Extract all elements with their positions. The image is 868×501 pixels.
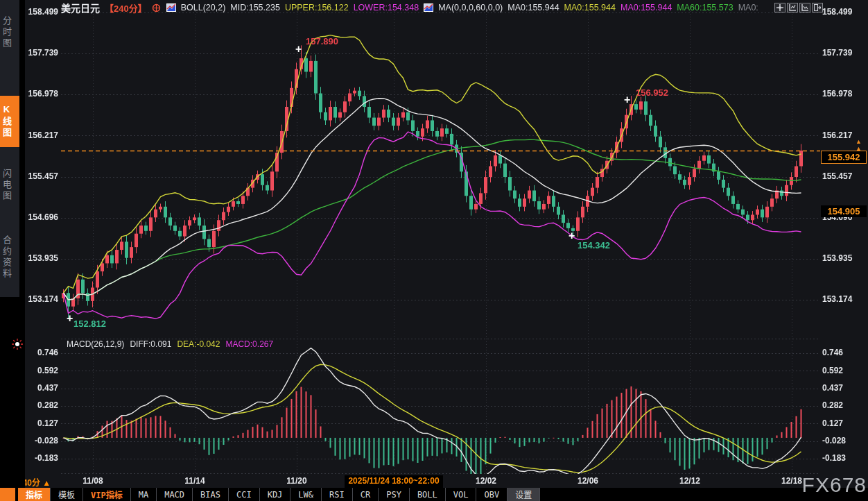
macd-axis-label: 0.592 — [21, 366, 58, 375]
toolbar-button-ma[interactable]: MA — [131, 488, 157, 501]
boll-name-label: BOLL(20,2) — [181, 3, 226, 12]
ma0-gray-value: MA0: — [738, 3, 758, 12]
pan-mode-button[interactable] — [774, 3, 785, 12]
ma-name-label: MA(0,0,0,60,0,0) — [438, 3, 503, 12]
macd-axis-label: 0.127 — [21, 418, 58, 428]
macd-axis-label: 0.746 — [822, 348, 865, 357]
chart-canvas[interactable] — [0, 0, 868, 501]
x-axis-date: 12/02 — [464, 476, 508, 486]
y-axis-label: 153.174 — [21, 294, 58, 304]
toolbar-button-bias[interactable]: BIAS — [193, 488, 229, 501]
boll-mid-value: MID:155.235 — [230, 3, 280, 12]
y-axis-label: 158.499 — [822, 7, 865, 17]
high-price-annotation: 156.952 — [636, 87, 668, 98]
x-axis-date: 11/20 — [275, 476, 319, 486]
fx678-watermark: FX678 — [802, 473, 867, 497]
macd-panel-header: MACD(26,12,9) DIFF:0.091 DEA:-0.042 MACD… — [67, 339, 273, 349]
sidebar-tab-lightning-chart[interactable]: 闪电图 — [0, 158, 19, 212]
ma0-white-value: MA0:155.944 — [507, 3, 559, 12]
macd-axis-label: 0.437 — [21, 383, 58, 393]
sidebar-tab-contract-info[interactable]: 合约资料 — [0, 222, 19, 293]
toolbar-button-cr[interactable]: CR — [353, 488, 379, 501]
y-axis-label: 156.978 — [21, 89, 58, 99]
macd-diff-value: DIFF:0.091 — [130, 339, 171, 349]
toolbar-button-vip-indicators[interactable]: VIP指标 — [83, 488, 131, 501]
y-axis-label: 156.978 — [822, 89, 865, 99]
x-axis-date: 11/14 — [173, 476, 217, 486]
y-axis-label: 153.174 — [822, 294, 865, 304]
y-axis-label: 156.217 — [21, 130, 58, 140]
ma-indicator-icon[interactable] — [424, 3, 433, 12]
ma60-value: MA60:155.573 — [677, 3, 733, 12]
trading-app-window: 美元日元 【240分】 BOLL(20,2) MID:155.235 UPPER… — [0, 0, 868, 501]
exit-fullscreen-button[interactable] — [812, 3, 823, 12]
crosshair-marker: + — [624, 95, 630, 105]
low-price-annotation: 152.812 — [73, 319, 106, 329]
last-price-tag: 155.942 — [821, 151, 867, 164]
macd-axis-label: 0.592 — [822, 366, 865, 375]
y-axis-label: 157.739 — [822, 48, 865, 58]
high-price-annotation: 157.890 — [306, 36, 338, 46]
toolbar-button-psy[interactable]: PSY — [379, 488, 410, 501]
sidebar-tab-kline-chart[interactable]: K线图 — [0, 96, 19, 147]
y-axis-label: 158.499 — [21, 7, 58, 17]
symbol-title: 美元日元 — [61, 1, 100, 15]
crosshair-marker: + — [295, 44, 302, 54]
crosshair-marker: + — [67, 314, 73, 323]
macd-axis-label: 0.282 — [21, 400, 58, 410]
macd-axis-label: 0.746 — [21, 348, 58, 357]
macd-axis-label: 0.437 — [822, 383, 865, 393]
macd-axis-label: 0.127 — [822, 418, 865, 428]
y-axis-label: 155.457 — [21, 171, 58, 181]
y-axis-label: 155.457 — [822, 171, 865, 181]
sidebar-tab-timeline-chart[interactable]: 分时图 — [0, 6, 19, 60]
toolbar-button-settings[interactable]: 设置 — [507, 488, 540, 501]
crosshair-target-icon[interactable] — [152, 3, 162, 12]
last-price-marker-icon: ▲▲ — [856, 138, 862, 152]
low-price-annotation: 154.342 — [578, 240, 610, 250]
zoom-in-chart-button[interactable] — [787, 3, 798, 12]
macd-axis-label: -0.028 — [822, 436, 865, 445]
toolbar-button-boll[interactable]: BOLL — [410, 488, 446, 501]
macd-axis-label: -0.028 — [21, 436, 58, 445]
boll-lower-value: LOWER:154.348 — [354, 3, 419, 12]
y-axis-label: 157.739 — [21, 48, 58, 58]
y-axis-label: 154.696 — [21, 212, 58, 222]
toolbar-button-obv[interactable]: OBV — [476, 488, 507, 501]
macd-name-label: MACD(26,12,9) — [67, 339, 124, 349]
macd-axis-label: -0.183 — [822, 453, 865, 463]
macd-axis-label: 0.282 — [822, 400, 865, 410]
y-axis-label: 153.935 — [21, 253, 58, 263]
zoom-out-chart-button[interactable] — [799, 3, 810, 12]
crosshair-marker: + — [568, 231, 575, 241]
toolbar-button-macd[interactable]: MACD — [157, 488, 193, 501]
macd-dea-value: DEA:-0.042 — [177, 339, 220, 349]
x-axis-date: 12/12 — [668, 476, 712, 486]
toolbar-button-lwr[interactable]: LW& — [290, 488, 322, 501]
toolbar-button-vol[interactable]: VOL — [446, 488, 477, 501]
macd-axis-label: -0.183 — [21, 453, 58, 463]
y-axis-label: 153.935 — [822, 253, 865, 263]
toolbar-button-templates[interactable]: 模板 — [51, 488, 83, 501]
live-status-icon — [11, 338, 24, 350]
boll-upper-value: UPPER:156.122 — [285, 3, 349, 12]
left-sidebar: 分时图 K线图 闪电图 合约资料 — [0, 0, 25, 501]
toolbar-button-cci[interactable]: CCI — [229, 488, 260, 501]
toolbar-button-kdj[interactable]: KDJ — [260, 488, 291, 501]
chart-header: 美元日元 【240分】 BOLL(20,2) MID:155.235 UPPER… — [61, 2, 758, 13]
period-label: 【240分】 — [105, 1, 147, 15]
boll-indicator-icon[interactable] — [166, 3, 176, 12]
toolbar-button-indicators[interactable]: 指标 — [18, 488, 51, 501]
macd-macd-value: MACD:0.267 — [225, 339, 273, 349]
indicator-toolbar: 指标 模板 VIP指标 MA MACD BIAS CCI KDJ LW& RSI… — [0, 488, 868, 501]
x-axis-date: 12/06 — [566, 476, 610, 486]
x-axis-date: 11/08 — [71, 476, 115, 486]
ma0-magenta-value: MA0:155.944 — [620, 3, 672, 12]
ma0-yellow-value: MA0:155.944 — [564, 3, 616, 12]
marked-price-tag: 154.905 — [821, 205, 867, 217]
toolbar-button-rsi[interactable]: RSI — [322, 488, 353, 501]
toolbar-corner-accent — [0, 488, 15, 501]
